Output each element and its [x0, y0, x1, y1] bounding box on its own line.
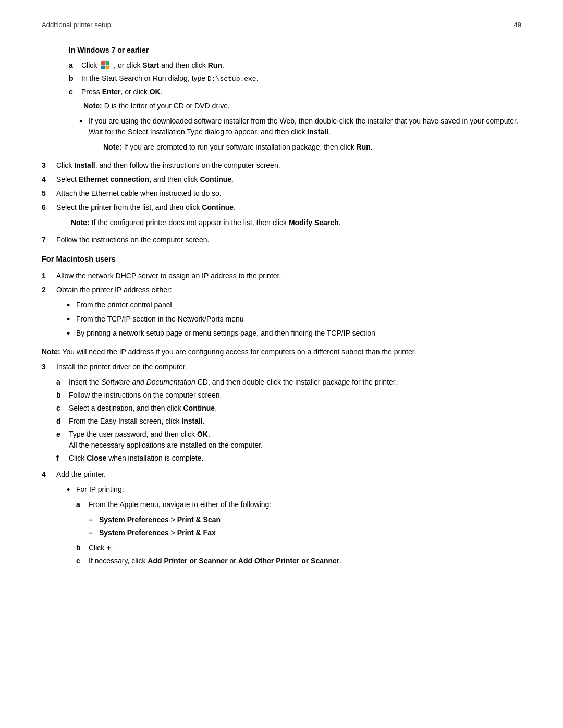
modify-search-bold: Modify Search — [289, 218, 339, 227]
note-ip-address: Note: You will need the IP address if yo… — [42, 347, 521, 357]
mac-4a: a From the Apple menu, navigate to eithe… — [76, 499, 521, 540]
mac-step-1-num: 1 — [42, 270, 56, 281]
bullet-downloaded-software: • If you are using the downloaded softwa… — [79, 116, 521, 156]
mac-step-1-content: Allow the network DHCP server to assign … — [56, 270, 521, 281]
main-step-4: 4 Select Ethernet connection, and then c… — [42, 174, 521, 185]
mac-step-4-content: Add the printer. • For IP printing: a — [56, 469, 521, 572]
step-a-label: a — [69, 60, 81, 71]
install-bold-3: Install — [74, 161, 95, 169]
page: Additional printer setup 49 In Windows 7… — [0, 0, 563, 728]
main-step-6: 6 Select the printer from the list, and … — [42, 202, 521, 231]
windows-step-c: c Press Enter, or click OK. — [69, 87, 521, 97]
svg-rect-4 — [106, 66, 110, 70]
print-scan: Print & Scan — [177, 515, 221, 524]
windows-step-b: b In the Start Search or Run dialog, typ… — [69, 73, 521, 84]
note-label-6: Note: — [71, 218, 90, 227]
bullet-ip-printing: • For IP printing: a From the Apple menu… — [67, 484, 521, 569]
mac-section: For Macintosh users 1 Allow the network … — [42, 254, 521, 572]
sys-pref-1: System Preferences — [99, 515, 169, 524]
run-bold-2: Run — [357, 143, 371, 151]
mac-step-3: 3 Install the printer driver on the comp… — [42, 362, 521, 466]
dash-item-1: – System Preferences > Print & Scan — [89, 514, 521, 525]
mac-step-4-bullets: • For IP printing: a From the Apple menu… — [67, 484, 521, 569]
mac-3d-content: From the Easy Install screen, click Inst… — [69, 416, 521, 427]
dash-content-2: System Preferences > Print & Fax — [99, 527, 521, 538]
windows-alpha-list: a Click , or click Start — [69, 60, 521, 97]
mac-3d-label: d — [56, 416, 69, 427]
bullet-dot: • — [79, 116, 89, 156]
mac-step-3-content: Install the printer driver on the comput… — [56, 362, 521, 466]
command-text: D:\setup.exe — [207, 75, 256, 83]
page-content: In Windows 7 or earlier a Click — [42, 45, 521, 572]
note-label: Note: — [83, 102, 102, 110]
mac-step-2: 2 Obtain the printer IP address either: … — [42, 285, 521, 343]
step-4-num: 4 — [42, 174, 56, 185]
mac-3f: f Click Close when installation is compl… — [56, 453, 521, 464]
windows-bullet-list: • If you are using the downloaded softwa… — [79, 116, 521, 156]
step-5-content: Attach the Ethernet cable when instructe… — [56, 188, 521, 199]
step-3-content: Click Install, and then follow the instr… — [56, 160, 521, 171]
mac-step-4-num: 4 — [42, 469, 56, 572]
run-bold: Run — [208, 61, 222, 69]
mac-3e-label: e — [56, 429, 69, 451]
note-modify-search: Note: If the configured printer does not… — [71, 217, 521, 228]
start-bold: Start — [142, 61, 159, 69]
bullet-dot-1: • — [67, 300, 76, 312]
plus-bold: + — [106, 544, 111, 552]
mac-3e: e Type the user password, and then click… — [56, 429, 521, 451]
step-6-content: Select the printer from the list, and th… — [56, 202, 521, 231]
mac-step-4-substeps: a From the Apple menu, navigate to eithe… — [76, 499, 521, 566]
software-doc-italic: Software and Documentation — [101, 378, 195, 386]
step-b-label: b — [69, 73, 81, 84]
mac-step-2-num: 2 — [42, 285, 56, 343]
install-bold: Install — [307, 128, 328, 136]
print-fax: Print & Fax — [177, 528, 216, 537]
add-other-printer: Add Other Printer or Scanner — [238, 557, 339, 565]
mac-3f-content: Click Close when installation is complet… — [69, 453, 521, 464]
main-step-7: 7 Follow the instructions on the compute… — [42, 235, 521, 245]
mac-step-2-content: Obtain the printer IP address either: • … — [56, 285, 521, 343]
svg-rect-2 — [106, 61, 110, 65]
mac-steps-list: 1 Allow the network DHCP server to assig… — [42, 270, 521, 343]
main-step-5: 5 Attach the Ethernet cable when instruc… — [42, 188, 521, 199]
mac-4b: b Click +. — [76, 542, 521, 553]
bullet-control-panel: • From the printer control panel — [67, 300, 521, 312]
svg-rect-1 — [101, 61, 105, 65]
mac-3d: d From the Easy Install screen, click In… — [56, 416, 521, 427]
main-steps-list: 3 Click Install, and then follow the ins… — [42, 160, 521, 245]
dash-content-1: System Preferences > Print & Scan — [99, 514, 521, 525]
mac-3f-label: f — [56, 453, 69, 464]
mac-4c: c If necessary, click Add Printer or Sca… — [76, 556, 521, 566]
step-3-num: 3 — [42, 160, 56, 171]
windows-section: In Windows 7 or earlier a Click — [42, 45, 521, 156]
mac-4c-label: c — [76, 556, 89, 566]
dash-item-2: – System Preferences > Print & Fax — [89, 527, 521, 538]
bullet-control-panel-text: From the printer control panel — [76, 300, 521, 312]
mac-3b-content: Follow the instructions on the computer … — [69, 390, 521, 401]
windows-step-a: a Click , or click Start — [69, 60, 521, 71]
mac-3c: c Select a destination, and then click C… — [56, 403, 521, 414]
mac-3b-label: b — [56, 390, 69, 401]
mac-3a-label: a — [56, 377, 69, 388]
ok-bold-3e: OK — [197, 430, 208, 438]
bullet-printing-page-text: By printing a network setup page or menu… — [76, 328, 521, 340]
step-7-num: 7 — [42, 235, 56, 245]
page-header: Additional printer setup 49 — [42, 21, 521, 32]
bullet-ip-content: For IP printing: a From the Apple menu, … — [76, 484, 521, 569]
bullet-dot-3: • — [67, 328, 76, 340]
install-bold-3d: Install — [181, 417, 202, 425]
continue-bold-3c: Continue — [183, 404, 215, 412]
step-6-num: 6 — [42, 202, 56, 231]
mac-step-2-bullets: • From the printer control panel • From … — [67, 300, 521, 340]
mac-steps-list-2: 3 Install the printer driver on the comp… — [42, 362, 521, 572]
main-step-3: 3 Click Install, and then follow the ins… — [42, 160, 521, 171]
note-d-drive: Note: D is the letter of your CD or DVD … — [83, 101, 521, 112]
mac-4a-label: a — [76, 499, 89, 540]
svg-rect-3 — [101, 66, 105, 70]
mac-step-3-substeps: a Insert the Software and Documentation … — [56, 377, 521, 464]
mac-3a-content: Insert the Software and Documentation CD… — [69, 377, 521, 388]
step-5-num: 5 — [42, 188, 56, 199]
dash-symbol-2: – — [89, 527, 99, 538]
note-run: Note: If you are prompted to run your so… — [103, 142, 521, 153]
step-7-content: Follow the instructions on the computer … — [56, 235, 521, 245]
